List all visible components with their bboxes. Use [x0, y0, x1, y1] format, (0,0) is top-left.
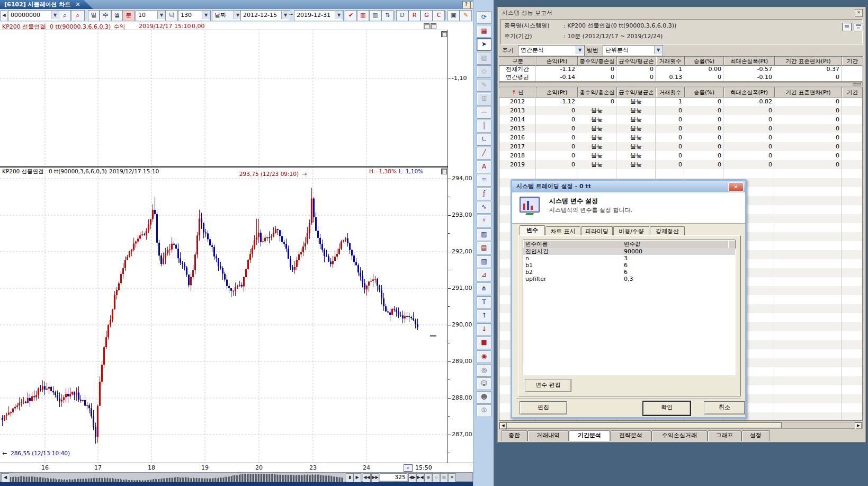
copy-doc-icon[interactable]: C — [433, 10, 445, 21]
reload-doc-icon[interactable]: R — [408, 10, 420, 21]
zoom-out-icon[interactable]: ⊖ — [432, 473, 440, 482]
trendline-tool-icon[interactable]: ╱ — [477, 147, 491, 160]
chart-search-icon[interactable]: ⌕ — [71, 10, 85, 21]
smiley-marker-tool-icon[interactable]: ☺ — [477, 377, 491, 390]
edit-chart-icon[interactable]: ✎ — [477, 79, 491, 92]
scroll-left-icon[interactable]: ◀ — [1, 473, 10, 482]
symbol-code-input[interactable]: 00000000▼ — [8, 10, 60, 21]
hand-tool-icon[interactable]: ◇ — [477, 65, 491, 78]
column-header[interactable]: 균수익/평균손 — [617, 57, 656, 66]
chevron-down-icon[interactable]: ▼ — [576, 46, 584, 54]
toolbar-collapse-icon[interactable]: ◀ — [1, 10, 7, 21]
arrow-down-tool-icon[interactable]: ↓ — [477, 323, 491, 336]
edit-note-icon[interactable]: ✎ — [460, 10, 472, 21]
tab-종합[interactable]: 종합 — [501, 430, 527, 441]
volume-bars-icon[interactable]: ▥ — [369, 10, 381, 21]
period-button-주[interactable]: 주 — [100, 10, 111, 21]
sort-updown-icon[interactable]: ⇅ — [381, 10, 393, 21]
splitter-thumb[interactable] — [853, 83, 861, 86]
zoom-in-icon[interactable]: ⊕ — [424, 473, 432, 482]
date-to-select[interactable]: 2019-12-31▼ — [294, 10, 344, 21]
chart-window-tab[interactable]: [6102] 시뮬레이션 차트 ✕ — [0, 0, 93, 9]
fibo-tool-icon[interactable]: ƒ — [477, 188, 491, 200]
tab-그래프[interactable]: 그래프 — [708, 430, 741, 441]
scroll-thumb[interactable]: ▮ — [346, 473, 354, 482]
variable-row[interactable]: 진입시간90000 — [523, 248, 735, 255]
column-header[interactable]: 거래횟수 — [656, 57, 685, 66]
chart-scrollbar[interactable]: ◀ ▮▶◀◀▶▶325◀▶▶◀⊕⊖▦✕ — [0, 472, 473, 482]
cancel-button[interactable]: 취소 — [704, 401, 745, 414]
column-header[interactable]: 기간 — [842, 87, 863, 98]
chevron-down-icon[interactable]: ▼ — [281, 11, 289, 19]
chevron-down-icon[interactable]: ▼ — [157, 11, 165, 19]
jump-right-icon[interactable]: ▶▶ — [371, 473, 379, 482]
ok-button[interactable]: 확인 — [642, 401, 691, 416]
hatch-tool-icon[interactable]: ▨ — [477, 228, 491, 241]
column-header[interactable]: ↑ 년 — [499, 87, 536, 98]
tick-count-select[interactable]: 130▼ — [178, 10, 211, 21]
column-header[interactable]: 균수익/평균손 — [617, 87, 656, 98]
levels-tool-icon[interactable]: ≡ — [477, 174, 491, 187]
signal-check-icon[interactable]: ✔ — [345, 10, 357, 21]
bars-tool-icon[interactable]: ▥ — [477, 255, 491, 268]
column-header[interactable]: 손익(Pt) — [536, 57, 578, 66]
text-note-tool-icon[interactable]: A — [477, 161, 491, 173]
axis-zoom-icon[interactable]: ⌕ — [404, 464, 413, 472]
pane1-maximize-icon[interactable] — [441, 31, 447, 37]
period-button-일[interactable]: 일 — [88, 10, 100, 21]
print-report-icon[interactable] — [854, 23, 863, 31]
column-header[interactable]: 거래횟수 — [656, 87, 685, 98]
smiley2-marker-tool-icon[interactable]: ☻ — [477, 391, 491, 404]
tab-전략분석[interactable]: 전략분석 — [610, 430, 651, 441]
expand-range-icon[interactable]: ◀▶ — [408, 473, 416, 482]
variable-row[interactable]: b16 — [523, 262, 735, 269]
pane-maximize-icon[interactable] — [431, 23, 436, 29]
jump-left-icon[interactable]: ◀◀ — [363, 473, 371, 482]
hscroll-thumb[interactable] — [506, 422, 782, 428]
minute-select[interactable]: 10▼ — [136, 10, 166, 21]
circle-marker-tool-icon[interactable]: ◉ — [477, 350, 491, 363]
column-header-value[interactable]: 변수값 — [622, 240, 730, 249]
bar-count-input[interactable]: 325 — [380, 473, 407, 481]
report-close-icon[interactable]: ✕ — [855, 9, 863, 17]
pitchfork-tool-icon[interactable]: ⋔ — [477, 282, 491, 295]
column-header[interactable]: 손익(Pt) — [536, 87, 578, 98]
column-header[interactable]: 총수익/총손실 — [578, 57, 617, 66]
new-doc-icon[interactable]: D — [396, 10, 408, 21]
column-header[interactable]: 총수익/총손실 — [578, 87, 617, 98]
chart-doc-icon[interactable]: G — [420, 10, 433, 21]
dialog-titlebar[interactable]: 시스템 트레이딩 설정 - 0 tt — [512, 181, 745, 192]
hline-tool-icon[interactable]: — — [477, 106, 491, 119]
time-axis[interactable]: ⌕ 15:50 16171819202324 — [0, 463, 473, 473]
gann-tool-icon[interactable]: ⊿ — [477, 269, 491, 281]
price-axis[interactable]: -1,10294,00293,00292,00291,00290,00289,0… — [448, 30, 473, 463]
step-right-icon[interactable]: ▶ — [353, 473, 361, 482]
refresh-icon[interactable]: ⟳ — [477, 11, 491, 24]
grid-view-icon[interactable]: ▦ — [440, 473, 448, 482]
chart-minimap[interactable] — [9, 473, 345, 482]
variable-row[interactable]: b26 — [523, 269, 735, 276]
info-marker-tool-icon[interactable]: ① — [477, 404, 491, 417]
pattern-grid-icon[interactable]: ▦ — [477, 25, 491, 38]
column-header[interactable]: 최대손실폭(Pt) — [724, 87, 775, 98]
column-header[interactable]: 기간 표준편차(Pt) — [775, 87, 842, 98]
vline-tool-icon[interactable]: │ — [477, 120, 491, 132]
column-header[interactable]: 구분 — [499, 57, 536, 66]
variable-row[interactable]: n3 — [523, 255, 735, 262]
tick-button[interactable]: 틱 — [165, 10, 178, 21]
variable-list[interactable]: 변수이름변수값진입시간90000n3b16b26upfilter0,3 — [523, 240, 736, 375]
column-header[interactable]: 승률(%) — [685, 57, 724, 66]
help-icon[interactable]: ? — [462, 1, 470, 9]
collapse-range-icon[interactable]: ▶◀ — [416, 473, 424, 482]
zoom-area-icon[interactable]: ▧ — [477, 52, 491, 65]
edit-button[interactable]: 편집 — [520, 401, 567, 414]
save-report-icon[interactable] — [842, 23, 852, 31]
corner-line-tool-icon[interactable]: ∟ — [477, 133, 491, 146]
chevron-down-icon[interactable]: ▼ — [51, 11, 59, 19]
tab-거래내역[interactable]: 거래내역 — [527, 430, 569, 441]
column-header-extra[interactable] — [728, 240, 736, 249]
tab-close-icon[interactable]: ✕ — [75, 1, 80, 8]
dialog-close-icon[interactable]: ✕ — [728, 182, 744, 192]
tab-설정[interactable]: 설정 — [741, 430, 770, 441]
chevron-down-icon[interactable]: ▼ — [654, 46, 662, 54]
